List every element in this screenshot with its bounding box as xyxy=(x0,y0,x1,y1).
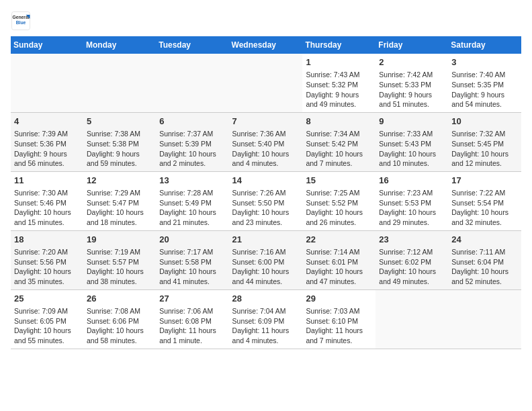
svg-text:Blue: Blue xyxy=(16,20,26,25)
day-number: 10 xyxy=(451,116,518,128)
day-number: 14 xyxy=(232,175,300,187)
day-info: Sunrise: 7:04 AM Sunset: 6:09 PM Dayligh… xyxy=(232,307,290,345)
day-header-monday: Monday xyxy=(83,36,156,54)
day-number: 2 xyxy=(379,56,445,68)
day-header-tuesday: Tuesday xyxy=(156,36,228,54)
calendar-cell: 3Sunrise: 7:40 AM Sunset: 5:35 PM Daylig… xyxy=(448,54,521,112)
calendar-cell: 22Sunrise: 7:14 AM Sunset: 6:01 PM Dayli… xyxy=(302,230,375,289)
day-info: Sunrise: 7:17 AM Sunset: 5:58 PM Dayligh… xyxy=(159,248,216,285)
day-number: 9 xyxy=(379,116,445,128)
day-number: 17 xyxy=(451,175,518,187)
calendar-cell: 25Sunrise: 7:09 AM Sunset: 6:05 PM Dayli… xyxy=(11,289,83,349)
day-header-friday: Friday xyxy=(375,36,448,54)
day-info: Sunrise: 7:11 AM Sunset: 6:04 PM Dayligh… xyxy=(451,248,508,285)
week-row-3: 11Sunrise: 7:30 AM Sunset: 5:46 PM Dayli… xyxy=(11,171,521,230)
calendar-cell: 23Sunrise: 7:12 AM Sunset: 6:02 PM Dayli… xyxy=(375,230,448,289)
calendar-cell: 11Sunrise: 7:30 AM Sunset: 5:46 PM Dayli… xyxy=(11,171,83,230)
day-header-wednesday: Wednesday xyxy=(229,36,303,54)
day-header-sunday: Sunday xyxy=(11,36,83,54)
day-number: 4 xyxy=(14,116,80,128)
day-number: 29 xyxy=(306,293,372,305)
calendar-cell: 8Sunrise: 7:34 AM Sunset: 5:42 PM Daylig… xyxy=(302,112,375,171)
day-number: 27 xyxy=(159,293,225,305)
day-info: Sunrise: 7:12 AM Sunset: 6:02 PM Dayligh… xyxy=(379,248,436,285)
week-row-4: 18Sunrise: 7:20 AM Sunset: 5:56 PM Dayli… xyxy=(11,230,521,289)
calendar-cell: 28Sunrise: 7:04 AM Sunset: 6:09 PM Dayli… xyxy=(229,289,303,349)
day-info: Sunrise: 7:26 AM Sunset: 5:50 PM Dayligh… xyxy=(232,189,290,226)
header-row: SundayMondayTuesdayWednesdayThursdayFrid… xyxy=(11,36,521,54)
logo: General Blue xyxy=(11,11,31,31)
day-number: 19 xyxy=(87,234,152,246)
day-info: Sunrise: 7:03 AM Sunset: 6:10 PM Dayligh… xyxy=(306,307,363,345)
day-number: 20 xyxy=(159,234,225,246)
day-number: 5 xyxy=(87,116,152,128)
day-number: 24 xyxy=(451,234,518,246)
calendar-cell: 4Sunrise: 7:39 AM Sunset: 5:36 PM Daylig… xyxy=(11,112,83,171)
calendar-cell xyxy=(375,289,448,349)
day-info: Sunrise: 7:09 AM Sunset: 6:05 PM Dayligh… xyxy=(14,307,71,345)
day-info: Sunrise: 7:22 AM Sunset: 5:54 PM Dayligh… xyxy=(451,189,508,226)
calendar-cell: 12Sunrise: 7:29 AM Sunset: 5:47 PM Dayli… xyxy=(83,171,156,230)
day-number: 26 xyxy=(87,293,152,305)
calendar-cell: 1Sunrise: 7:43 AM Sunset: 5:32 PM Daylig… xyxy=(302,54,375,112)
calendar-cell: 6Sunrise: 7:37 AM Sunset: 5:39 PM Daylig… xyxy=(156,112,228,171)
day-info: Sunrise: 7:16 AM Sunset: 6:00 PM Dayligh… xyxy=(232,248,290,285)
calendar-cell: 20Sunrise: 7:17 AM Sunset: 5:58 PM Dayli… xyxy=(156,230,228,289)
week-row-1: 1Sunrise: 7:43 AM Sunset: 5:32 PM Daylig… xyxy=(11,54,521,112)
calendar-cell: 24Sunrise: 7:11 AM Sunset: 6:04 PM Dayli… xyxy=(448,230,521,289)
day-info: Sunrise: 7:38 AM Sunset: 5:38 PM Dayligh… xyxy=(87,130,140,167)
day-info: Sunrise: 7:32 AM Sunset: 5:45 PM Dayligh… xyxy=(451,130,508,167)
day-number: 1 xyxy=(306,56,372,68)
calendar-cell: 27Sunrise: 7:06 AM Sunset: 6:08 PM Dayli… xyxy=(156,289,228,349)
day-header-thursday: Thursday xyxy=(302,36,375,54)
day-info: Sunrise: 7:14 AM Sunset: 6:01 PM Dayligh… xyxy=(306,248,363,285)
day-info: Sunrise: 7:42 AM Sunset: 5:33 PM Dayligh… xyxy=(379,71,433,108)
day-info: Sunrise: 7:19 AM Sunset: 5:57 PM Dayligh… xyxy=(87,248,144,285)
calendar-cell: 16Sunrise: 7:23 AM Sunset: 5:53 PM Dayli… xyxy=(375,171,448,230)
day-info: Sunrise: 7:06 AM Sunset: 6:08 PM Dayligh… xyxy=(159,307,216,345)
day-number: 11 xyxy=(14,175,80,187)
day-number: 22 xyxy=(306,234,372,246)
day-number: 25 xyxy=(14,293,80,305)
day-number: 7 xyxy=(232,116,300,128)
day-info: Sunrise: 7:29 AM Sunset: 5:47 PM Dayligh… xyxy=(87,189,144,226)
calendar-cell: 9Sunrise: 7:33 AM Sunset: 5:43 PM Daylig… xyxy=(375,112,448,171)
calendar-cell: 26Sunrise: 7:08 AM Sunset: 6:06 PM Dayli… xyxy=(83,289,156,349)
day-info: Sunrise: 7:36 AM Sunset: 5:40 PM Dayligh… xyxy=(232,130,290,167)
calendar-cell xyxy=(156,54,228,112)
calendar-table: SundayMondayTuesdayWednesdayThursdayFrid… xyxy=(11,36,521,349)
calendar-cell: 2Sunrise: 7:42 AM Sunset: 5:33 PM Daylig… xyxy=(375,54,448,112)
calendar-cell: 29Sunrise: 7:03 AM Sunset: 6:10 PM Dayli… xyxy=(302,289,375,349)
day-number: 23 xyxy=(379,234,445,246)
calendar-cell: 10Sunrise: 7:32 AM Sunset: 5:45 PM Dayli… xyxy=(448,112,521,171)
day-number: 15 xyxy=(306,175,372,187)
day-info: Sunrise: 7:37 AM Sunset: 5:39 PM Dayligh… xyxy=(159,130,216,167)
day-number: 12 xyxy=(87,175,152,187)
calendar-cell xyxy=(448,289,521,349)
day-number: 28 xyxy=(232,293,300,305)
day-info: Sunrise: 7:23 AM Sunset: 5:53 PM Dayligh… xyxy=(379,189,436,226)
day-info: Sunrise: 7:34 AM Sunset: 5:42 PM Dayligh… xyxy=(306,130,363,167)
calendar-cell: 19Sunrise: 7:19 AM Sunset: 5:57 PM Dayli… xyxy=(83,230,156,289)
day-number: 13 xyxy=(159,175,225,187)
week-row-2: 4Sunrise: 7:39 AM Sunset: 5:36 PM Daylig… xyxy=(11,112,521,171)
day-info: Sunrise: 7:25 AM Sunset: 5:52 PM Dayligh… xyxy=(306,189,363,226)
calendar-cell: 17Sunrise: 7:22 AM Sunset: 5:54 PM Dayli… xyxy=(448,171,521,230)
week-row-5: 25Sunrise: 7:09 AM Sunset: 6:05 PM Dayli… xyxy=(11,289,521,349)
calendar-cell: 21Sunrise: 7:16 AM Sunset: 6:00 PM Dayli… xyxy=(229,230,303,289)
day-header-saturday: Saturday xyxy=(448,36,521,54)
header: General Blue xyxy=(11,11,521,31)
calendar-cell: 13Sunrise: 7:28 AM Sunset: 5:49 PM Dayli… xyxy=(156,171,228,230)
day-number: 21 xyxy=(232,234,300,246)
calendar-cell xyxy=(229,54,303,112)
calendar-cell: 14Sunrise: 7:26 AM Sunset: 5:50 PM Dayli… xyxy=(229,171,303,230)
day-info: Sunrise: 7:30 AM Sunset: 5:46 PM Dayligh… xyxy=(14,189,71,226)
day-number: 6 xyxy=(159,116,225,128)
day-number: 3 xyxy=(451,56,518,68)
day-info: Sunrise: 7:40 AM Sunset: 5:35 PM Dayligh… xyxy=(451,71,505,108)
calendar-cell xyxy=(11,54,83,112)
calendar-cell: 7Sunrise: 7:36 AM Sunset: 5:40 PM Daylig… xyxy=(229,112,303,171)
day-info: Sunrise: 7:08 AM Sunset: 6:06 PM Dayligh… xyxy=(87,307,144,345)
day-info: Sunrise: 7:20 AM Sunset: 5:56 PM Dayligh… xyxy=(14,248,71,285)
day-number: 18 xyxy=(14,234,80,246)
